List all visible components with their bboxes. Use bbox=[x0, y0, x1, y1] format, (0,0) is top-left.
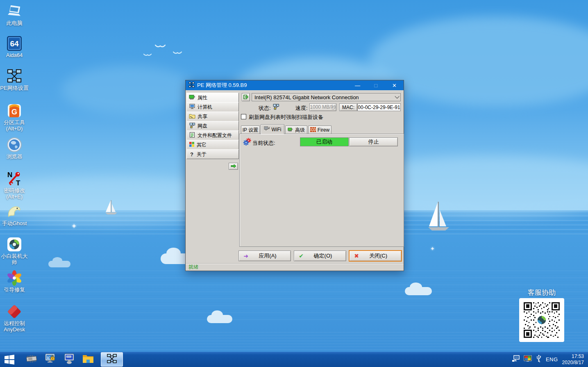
taskbar: ENG 17:53 2020/8/17 bbox=[0, 352, 588, 367]
force-scan-checkbox[interactable] bbox=[241, 114, 246, 119]
pinwheel-icon bbox=[6, 270, 23, 286]
mac-label: MAC: bbox=[339, 103, 357, 111]
sidebar-expand-button[interactable] bbox=[229, 163, 238, 170]
desktop-icon-partition-tool[interactable]: G 分区工具 (Alt+D) bbox=[0, 103, 29, 132]
taskbar-active-pe-network[interactable] bbox=[101, 352, 123, 367]
taskbar-cpu-tool[interactable] bbox=[22, 352, 41, 367]
laptop-icon bbox=[6, 3, 23, 20]
close-window-button[interactable]: ✕ bbox=[385, 80, 404, 90]
advanced-icon bbox=[288, 127, 293, 133]
window-title: PE 网络管理 0.59.B9 bbox=[197, 82, 247, 89]
desktop-icon-aida64[interactable]: 64 Aida64 bbox=[0, 35, 29, 59]
clock-date: 2020/8/17 bbox=[562, 360, 584, 366]
sidebar-item-share[interactable]: 共享 bbox=[186, 112, 239, 121]
sidebar-item-about[interactable]: ? 关于 bbox=[186, 149, 239, 159]
sidebar-item-label: 其它 bbox=[197, 141, 207, 148]
ocean-ripples bbox=[0, 271, 588, 320]
sidebar-item-properties[interactable]: 属性 bbox=[186, 93, 239, 103]
sidebar-item-label: 文件和配置文件 bbox=[198, 132, 232, 139]
desktop-icon-this-pc[interactable]: 此电脑 bbox=[0, 3, 29, 27]
tab-firewall[interactable]: Firew bbox=[308, 125, 331, 134]
check-icon: ✔ bbox=[294, 253, 308, 259]
refresh-arrow-icon bbox=[243, 94, 249, 100]
desktop-icon-browser[interactable]: 浏览器 bbox=[0, 137, 29, 160]
water-sparkle: ✦ bbox=[71, 223, 77, 230]
ghost-icon bbox=[6, 203, 23, 220]
taskbar-clock[interactable]: 17:53 2020/8/17 bbox=[562, 353, 584, 366]
svg-text:G: G bbox=[11, 108, 17, 116]
status-bar-text: 就绪 bbox=[188, 264, 198, 271]
tray-usb-icon[interactable] bbox=[536, 355, 542, 364]
language-indicator[interactable]: ENG bbox=[546, 356, 558, 362]
tab-label: IP 设置 bbox=[243, 127, 258, 134]
adapter-select[interactable]: Intel(R) 82574L Gigabit Network Connecti… bbox=[252, 93, 401, 101]
desktop-icon-pe-network[interactable]: PE网络设置 bbox=[0, 68, 29, 91]
share-folder-icon bbox=[189, 113, 195, 120]
desktop-icon-boot-repair[interactable]: 引导修复 bbox=[0, 270, 29, 293]
minimize-button[interactable]: — bbox=[348, 80, 367, 90]
green-arrow-icon bbox=[231, 163, 236, 169]
desktop-icon-manual-ghost[interactable]: 手动Ghost bbox=[0, 203, 29, 227]
svg-text:T: T bbox=[16, 179, 20, 187]
folder-icon bbox=[82, 353, 94, 366]
network-drive-icon bbox=[189, 123, 195, 130]
window-network-icon bbox=[188, 82, 195, 89]
x-icon: ✖ bbox=[350, 253, 363, 259]
taskbar-lock-tool[interactable] bbox=[41, 352, 60, 367]
sidebar-item-other[interactable]: 其它 bbox=[186, 140, 239, 150]
start-button[interactable] bbox=[0, 352, 19, 367]
support-assist-label: 客服协助 bbox=[516, 288, 567, 297]
title-bar[interactable]: PE 网络管理 0.59.B9 — □ ✕ bbox=[186, 80, 404, 90]
tab-advanced[interactable]: 高级 bbox=[285, 125, 307, 134]
bird bbox=[143, 53, 152, 58]
tab-label: WiFi bbox=[272, 127, 282, 132]
refresh-adapters-button[interactable] bbox=[242, 93, 250, 101]
pe-network-manager-window: PE 网络管理 0.59.B9 — □ ✕ 属性 计算机 共享 bbox=[185, 80, 404, 271]
close-button[interactable]: ✖ 关闭(C) bbox=[349, 251, 402, 261]
speed-label: 速度: bbox=[295, 105, 308, 112]
sidebar-item-label: 计算机 bbox=[198, 104, 212, 111]
desktop-icon-label: 小白装机大师 bbox=[0, 253, 29, 266]
apply-button[interactable]: ➜ 应用(A) bbox=[238, 251, 291, 261]
status-bar: 就绪 bbox=[186, 263, 404, 271]
sidebar-item-network-drive[interactable]: 网盘 bbox=[186, 121, 239, 131]
file-profile-icon bbox=[189, 132, 195, 139]
network-nodes-icon bbox=[107, 353, 117, 366]
tab-ip-settings[interactable]: IP 设置 bbox=[241, 125, 260, 134]
sailboat-small bbox=[104, 200, 118, 219]
svg-text:64: 64 bbox=[10, 39, 19, 48]
taskbar-file-explorer[interactable] bbox=[79, 352, 98, 367]
sidebar-item-computer[interactable]: 计算机 bbox=[186, 102, 239, 112]
speed-value: 1000 MB/秒 bbox=[309, 103, 336, 111]
swirl-icon bbox=[6, 236, 23, 253]
anydesk-icon bbox=[6, 303, 23, 320]
ok-button[interactable]: ✔ 确定(O) bbox=[294, 251, 346, 261]
sidebar-item-files-profiles[interactable]: 文件和配置文件 bbox=[186, 130, 239, 140]
tray-display-icon[interactable] bbox=[524, 355, 532, 364]
ok-label: 确定(O) bbox=[308, 252, 338, 260]
wifi-tab-panel bbox=[239, 134, 404, 247]
tab-label: 高级 bbox=[295, 127, 305, 134]
desktop-icon-password-reset[interactable]: NT 密码修改 (Alt+E) bbox=[0, 171, 29, 200]
maximize-button[interactable]: □ bbox=[367, 80, 385, 90]
tab-wifi[interactable]: WiFi bbox=[261, 124, 284, 134]
globe-icon bbox=[6, 137, 23, 153]
tab-label: Firew bbox=[318, 127, 329, 133]
wifi-monitor-icon bbox=[264, 126, 270, 132]
taskbar-pecmd-tool[interactable] bbox=[60, 352, 79, 367]
sidebar-item-label: 属性 bbox=[198, 94, 207, 101]
clock-time: 17:53 bbox=[562, 353, 584, 360]
nt-key-icon: NT bbox=[6, 171, 23, 187]
tiles-icon bbox=[189, 141, 195, 148]
desktop-icon-xiaobai[interactable]: 小白装机大师 bbox=[0, 236, 29, 266]
monitor-keyboard-icon bbox=[63, 353, 75, 366]
diskgenius-icon: G bbox=[6, 103, 23, 119]
tray-network-icon[interactable] bbox=[512, 355, 520, 364]
apply-label: 应用(A) bbox=[253, 252, 282, 260]
desktop-icon-anydesk[interactable]: 远程控制 AnyDesk bbox=[0, 303, 29, 333]
chevron-down-icon bbox=[395, 94, 399, 98]
support-qr-code bbox=[519, 298, 564, 342]
nic-icon bbox=[189, 94, 195, 101]
close-label: 关闭(C) bbox=[363, 252, 393, 260]
question-icon: ? bbox=[189, 151, 195, 157]
